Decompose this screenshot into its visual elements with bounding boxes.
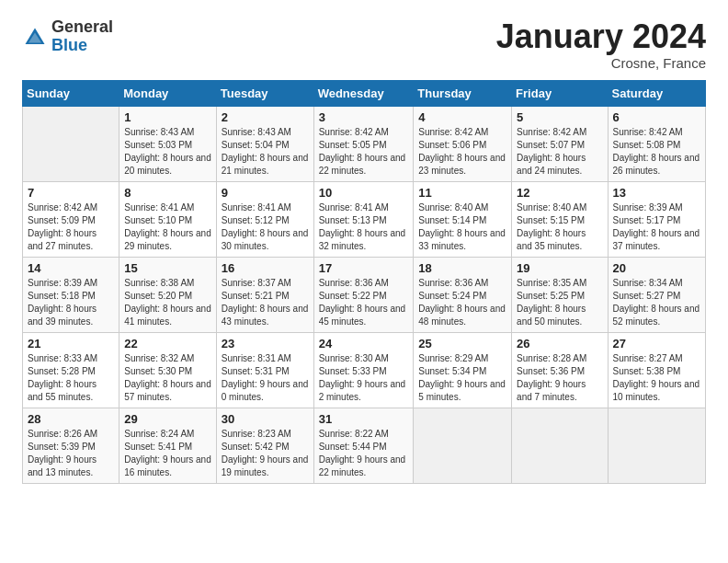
calendar-cell: 11Sunrise: 8:40 AMSunset: 5:14 PMDayligh…	[414, 181, 512, 257]
calendar-cell: 19Sunrise: 8:35 AMSunset: 5:25 PMDayligh…	[512, 257, 608, 332]
cell-content: Sunrise: 8:33 AMSunset: 5:28 PMDaylight:…	[28, 352, 114, 404]
day-number: 19	[517, 261, 602, 275]
calendar-cell	[414, 408, 512, 483]
weekday-header-wednesday: Wednesday	[313, 80, 414, 106]
logo-icon	[22, 25, 48, 51]
cell-content: Sunrise: 8:31 AMSunset: 5:31 PMDaylight:…	[222, 352, 309, 404]
cell-content: Sunrise: 8:29 AMSunset: 5:34 PMDaylight:…	[418, 352, 506, 404]
calendar-cell	[23, 106, 119, 181]
day-number: 3	[319, 110, 409, 124]
day-number: 4	[418, 110, 506, 124]
calendar-cell: 5Sunrise: 8:42 AMSunset: 5:07 PMDaylight…	[512, 106, 608, 181]
page: General Blue January 2024 Crosne, France…	[0, 0, 728, 563]
calendar-cell	[608, 408, 705, 483]
day-number: 31	[319, 412, 409, 426]
cell-content: Sunrise: 8:40 AMSunset: 5:14 PMDaylight:…	[418, 201, 506, 253]
calendar-cell: 21Sunrise: 8:33 AMSunset: 5:28 PMDayligh…	[23, 332, 119, 408]
calendar-subtitle: Crosne, France	[496, 55, 706, 71]
calendar-cell	[512, 408, 608, 483]
cell-content: Sunrise: 8:37 AMSunset: 5:21 PMDaylight:…	[222, 277, 309, 328]
cell-content: Sunrise: 8:42 AMSunset: 5:07 PMDaylight:…	[517, 126, 602, 178]
day-number: 9	[222, 186, 309, 200]
calendar-cell: 12Sunrise: 8:40 AMSunset: 5:15 PMDayligh…	[512, 181, 608, 257]
calendar-cell: 15Sunrise: 8:38 AMSunset: 5:20 PMDayligh…	[119, 257, 217, 332]
cell-content: Sunrise: 8:39 AMSunset: 5:18 PMDaylight:…	[28, 277, 114, 328]
logo-text: General Blue	[51, 18, 113, 55]
day-number: 15	[124, 261, 211, 275]
weekday-header-monday: Monday	[119, 80, 217, 106]
day-number: 24	[319, 337, 409, 350]
calendar-week-row: 14Sunrise: 8:39 AMSunset: 5:18 PMDayligh…	[23, 257, 706, 332]
day-number: 18	[418, 261, 506, 275]
day-number: 28	[28, 412, 114, 426]
day-number: 8	[124, 186, 211, 200]
calendar-cell: 1Sunrise: 8:43 AMSunset: 5:03 PMDaylight…	[119, 106, 217, 181]
calendar-cell: 22Sunrise: 8:32 AMSunset: 5:30 PMDayligh…	[119, 332, 217, 408]
calendar-table: SundayMondayTuesdayWednesdayThursdayFrid…	[22, 80, 706, 484]
calendar-week-row: 28Sunrise: 8:26 AMSunset: 5:39 PMDayligh…	[23, 408, 706, 483]
day-number: 23	[222, 337, 309, 350]
calendar-cell: 9Sunrise: 8:41 AMSunset: 5:12 PMDaylight…	[216, 181, 313, 257]
weekday-header-thursday: Thursday	[414, 80, 512, 106]
cell-content: Sunrise: 8:43 AMSunset: 5:04 PMDaylight:…	[222, 126, 309, 178]
cell-content: Sunrise: 8:43 AMSunset: 5:03 PMDaylight:…	[124, 126, 211, 178]
cell-content: Sunrise: 8:42 AMSunset: 5:08 PMDaylight:…	[613, 126, 700, 178]
calendar-cell: 14Sunrise: 8:39 AMSunset: 5:18 PMDayligh…	[23, 257, 119, 332]
day-number: 27	[613, 337, 700, 350]
cell-content: Sunrise: 8:23 AMSunset: 5:42 PMDaylight:…	[222, 428, 309, 479]
cell-content: Sunrise: 8:42 AMSunset: 5:06 PMDaylight:…	[418, 126, 506, 178]
calendar-cell: 3Sunrise: 8:42 AMSunset: 5:05 PMDaylight…	[313, 106, 414, 181]
cell-content: Sunrise: 8:34 AMSunset: 5:27 PMDaylight:…	[613, 277, 700, 328]
calendar-title: January 2024	[496, 18, 706, 55]
cell-content: Sunrise: 8:39 AMSunset: 5:17 PMDaylight:…	[613, 201, 700, 253]
calendar-cell: 10Sunrise: 8:41 AMSunset: 5:13 PMDayligh…	[313, 181, 414, 257]
calendar-cell: 6Sunrise: 8:42 AMSunset: 5:08 PMDaylight…	[608, 106, 705, 181]
weekday-header-tuesday: Tuesday	[216, 80, 313, 106]
calendar-cell: 27Sunrise: 8:27 AMSunset: 5:38 PMDayligh…	[608, 332, 705, 408]
day-number: 5	[517, 110, 602, 124]
cell-content: Sunrise: 8:36 AMSunset: 5:24 PMDaylight:…	[418, 277, 506, 328]
cell-content: Sunrise: 8:24 AMSunset: 5:41 PMDaylight:…	[124, 428, 211, 479]
day-number: 2	[222, 110, 309, 124]
cell-content: Sunrise: 8:40 AMSunset: 5:15 PMDaylight:…	[517, 201, 602, 253]
cell-content: Sunrise: 8:30 AMSunset: 5:33 PMDaylight:…	[319, 352, 409, 404]
calendar-week-row: 1Sunrise: 8:43 AMSunset: 5:03 PMDaylight…	[23, 106, 706, 181]
weekday-header-row: SundayMondayTuesdayWednesdayThursdayFrid…	[23, 80, 706, 106]
calendar-cell: 2Sunrise: 8:43 AMSunset: 5:04 PMDaylight…	[216, 106, 313, 181]
calendar-cell: 8Sunrise: 8:41 AMSunset: 5:10 PMDaylight…	[119, 181, 217, 257]
calendar-cell: 23Sunrise: 8:31 AMSunset: 5:31 PMDayligh…	[216, 332, 313, 408]
weekday-header-saturday: Saturday	[608, 80, 705, 106]
calendar-week-row: 7Sunrise: 8:42 AMSunset: 5:09 PMDaylight…	[23, 181, 706, 257]
day-number: 22	[124, 337, 211, 350]
calendar-cell: 24Sunrise: 8:30 AMSunset: 5:33 PMDayligh…	[313, 332, 414, 408]
day-number: 20	[613, 261, 700, 275]
day-number: 30	[222, 412, 309, 426]
cell-content: Sunrise: 8:26 AMSunset: 5:39 PMDaylight:…	[28, 428, 114, 479]
calendar-cell: 7Sunrise: 8:42 AMSunset: 5:09 PMDaylight…	[23, 181, 119, 257]
calendar-cell: 30Sunrise: 8:23 AMSunset: 5:42 PMDayligh…	[216, 408, 313, 483]
day-number: 25	[418, 337, 506, 350]
weekday-header-sunday: Sunday	[23, 80, 119, 106]
cell-content: Sunrise: 8:35 AMSunset: 5:25 PMDaylight:…	[517, 277, 602, 328]
logo-general-text: General	[51, 18, 113, 37]
cell-content: Sunrise: 8:38 AMSunset: 5:20 PMDaylight:…	[124, 277, 211, 328]
day-number: 29	[124, 412, 211, 426]
day-number: 17	[319, 261, 409, 275]
cell-content: Sunrise: 8:41 AMSunset: 5:10 PMDaylight:…	[124, 201, 211, 253]
calendar-cell: 18Sunrise: 8:36 AMSunset: 5:24 PMDayligh…	[414, 257, 512, 332]
cell-content: Sunrise: 8:42 AMSunset: 5:05 PMDaylight:…	[319, 126, 409, 178]
cell-content: Sunrise: 8:42 AMSunset: 5:09 PMDaylight:…	[28, 201, 114, 253]
logo-blue-text: Blue	[51, 37, 113, 55]
cell-content: Sunrise: 8:41 AMSunset: 5:13 PMDaylight:…	[319, 201, 409, 253]
day-number: 11	[418, 186, 506, 200]
day-number: 6	[613, 110, 700, 124]
title-block: January 2024 Crosne, France	[496, 18, 706, 71]
calendar-cell: 4Sunrise: 8:42 AMSunset: 5:06 PMDaylight…	[414, 106, 512, 181]
cell-content: Sunrise: 8:27 AMSunset: 5:38 PMDaylight:…	[613, 352, 700, 404]
day-number: 21	[28, 337, 114, 350]
calendar-cell: 13Sunrise: 8:39 AMSunset: 5:17 PMDayligh…	[608, 181, 705, 257]
weekday-header-friday: Friday	[512, 80, 608, 106]
day-number: 10	[319, 186, 409, 200]
calendar-cell: 31Sunrise: 8:22 AMSunset: 5:44 PMDayligh…	[313, 408, 414, 483]
cell-content: Sunrise: 8:22 AMSunset: 5:44 PMDaylight:…	[319, 428, 409, 479]
